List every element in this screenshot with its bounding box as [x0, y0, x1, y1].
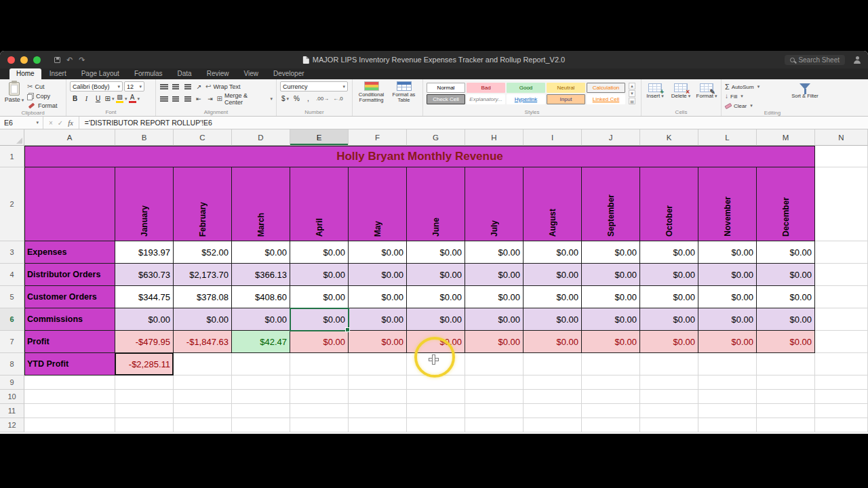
cell-E7[interactable]: $0.00: [290, 331, 349, 353]
cell-L7[interactable]: $0.00: [698, 331, 757, 353]
column-header-B[interactable]: B: [115, 129, 174, 146]
row-header-5[interactable]: 5: [0, 286, 24, 308]
cell-I6[interactable]: $0.00: [524, 308, 582, 331]
cell-G10[interactable]: [407, 390, 465, 404]
align-center-icon[interactable]: [172, 83, 180, 90]
cell-I3[interactable]: $0.00: [524, 241, 582, 264]
cell-M6[interactable]: $0.00: [757, 308, 815, 331]
gallery-up-icon[interactable]: ▲: [629, 83, 635, 89]
cell-L9[interactable]: [698, 375, 757, 390]
cell-H11[interactable]: [465, 404, 524, 418]
window-zoom-button[interactable]: [33, 56, 41, 64]
cell-F8[interactable]: [349, 353, 407, 375]
cell-A10[interactable]: [24, 390, 115, 404]
cell-K6[interactable]: $0.00: [640, 308, 698, 331]
name-box[interactable]: E6 ▾: [0, 117, 43, 129]
row-header-6[interactable]: 6: [0, 308, 24, 331]
increase-decimal-button[interactable]: .00→: [315, 95, 330, 102]
tab-data[interactable]: Data: [171, 68, 199, 79]
tab-developer[interactable]: Developer: [267, 68, 311, 79]
cell-L3[interactable]: $0.00: [698, 241, 757, 264]
cell-B3[interactable]: $193.97: [115, 241, 174, 264]
cell-N11[interactable]: [815, 404, 868, 418]
cell-B8[interactable]: -$2,285.11: [115, 353, 174, 375]
decrease-indent-icon[interactable]: ⇤: [194, 94, 204, 104]
underline-button[interactable]: U: [93, 94, 103, 104]
cut-button[interactable]: ✂Cut: [27, 83, 58, 91]
format-cells-button[interactable]: ✎ Format▾: [696, 83, 717, 109]
column-header-H[interactable]: H: [465, 129, 524, 146]
tab-view[interactable]: View: [237, 68, 265, 79]
conditional-formatting-button[interactable]: Conditional Formatting: [356, 81, 387, 109]
cell-F5[interactable]: $0.00: [349, 286, 407, 308]
cell-H6[interactable]: $0.00: [465, 308, 524, 331]
format-painter-button[interactable]: Format: [27, 102, 58, 110]
cell-N5[interactable]: [815, 286, 868, 308]
style-chip-hyperlink[interactable]: Hyperlink: [507, 94, 545, 104]
cell-J12[interactable]: [582, 418, 640, 432]
style-chip-neutral[interactable]: Neutral: [547, 83, 585, 93]
cell-J2[interactable]: September: [582, 167, 640, 241]
comma-format-button[interactable]: ,: [303, 94, 313, 104]
cell-G9[interactable]: [407, 375, 465, 390]
cell-D8[interactable]: [232, 353, 290, 375]
cell-B12[interactable]: [115, 418, 174, 432]
cell-N7[interactable]: [815, 331, 868, 353]
cell-K2[interactable]: October: [640, 167, 698, 241]
cell-A9[interactable]: [24, 375, 115, 390]
row-header-7[interactable]: 7: [0, 331, 24, 353]
cell-D9[interactable]: [232, 375, 290, 390]
row-header-9[interactable]: 9: [0, 375, 24, 390]
cell-K7[interactable]: $0.00: [640, 331, 698, 353]
fill-color-button[interactable]: ▨▾: [116, 94, 127, 104]
column-header-G[interactable]: G: [407, 129, 465, 146]
cell-B9[interactable]: [115, 375, 174, 390]
align-top-icon[interactable]: [160, 95, 169, 102]
column-header-E[interactable]: E: [290, 129, 349, 146]
cell-H9[interactable]: [465, 375, 524, 390]
cell-J8[interactable]: [582, 353, 640, 375]
cell-K10[interactable]: [640, 390, 698, 404]
cell-A6[interactable]: Commissions: [24, 308, 115, 331]
cell-I4[interactable]: $0.00: [524, 264, 582, 286]
cell-C12[interactable]: [174, 418, 232, 432]
column-header-L[interactable]: L: [698, 129, 757, 146]
cell-M12[interactable]: [757, 418, 815, 432]
cell-N4[interactable]: [815, 264, 868, 286]
cell-B11[interactable]: [115, 404, 174, 418]
cell-A12[interactable]: [24, 418, 115, 432]
cell-C10[interactable]: [174, 390, 232, 404]
cell-F3[interactable]: $0.00: [349, 241, 407, 264]
cell-D7[interactable]: $42.47: [232, 331, 290, 353]
font-family-select[interactable]: Calibri (Body)▾: [70, 81, 123, 92]
cell-C6[interactable]: $0.00: [174, 308, 232, 331]
style-chip-normal[interactable]: Normal: [427, 83, 465, 93]
tab-review[interactable]: Review: [200, 68, 236, 79]
cell-F7[interactable]: $0.00: [349, 331, 407, 353]
column-header-M[interactable]: M: [757, 129, 815, 146]
wrap-text-button[interactable]: ↩Wrap Text: [205, 83, 241, 91]
cell-A2[interactable]: [24, 167, 115, 241]
align-left-icon[interactable]: [160, 83, 169, 90]
cell-N12[interactable]: [815, 418, 868, 432]
cell-E8[interactable]: [290, 353, 349, 375]
align-right-icon[interactable]: [183, 83, 192, 90]
style-chip-input[interactable]: Input: [547, 94, 585, 104]
tab-formulas[interactable]: Formulas: [127, 68, 170, 79]
row-header-12[interactable]: 12: [0, 418, 24, 432]
select-all-corner[interactable]: [0, 129, 24, 146]
fill-button[interactable]: ↓Fill▾: [725, 92, 785, 100]
cell-G12[interactable]: [407, 418, 465, 432]
redo-icon[interactable]: ↷: [79, 56, 85, 64]
row-header-8[interactable]: 8: [0, 353, 24, 375]
cell-E11[interactable]: [290, 404, 349, 418]
cell-D10[interactable]: [232, 390, 290, 404]
cell-I12[interactable]: [524, 418, 582, 432]
cell-N2[interactable]: [815, 167, 868, 241]
gallery-down-icon[interactable]: ▼: [629, 90, 635, 97]
cell-G4[interactable]: $0.00: [407, 264, 465, 286]
cell-K4[interactable]: $0.00: [640, 264, 698, 286]
cell-J11[interactable]: [582, 404, 640, 418]
decrease-decimal-button[interactable]: ←.0: [332, 95, 344, 102]
column-header-N[interactable]: N: [815, 129, 868, 146]
